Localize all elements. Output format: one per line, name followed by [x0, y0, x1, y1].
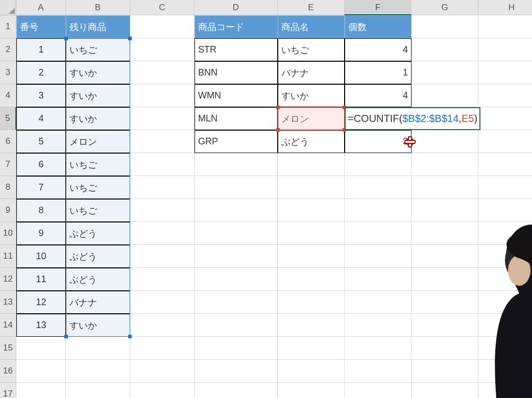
cell-F7[interactable]	[345, 153, 412, 176]
cell-E9[interactable]	[278, 199, 345, 222]
cell-C15[interactable]	[130, 337, 195, 360]
row-header-12[interactable]: 12	[0, 268, 16, 291]
cell-C7[interactable]	[130, 153, 195, 176]
row-header-4[interactable]: 4	[0, 84, 16, 107]
cell-G16[interactable]	[412, 360, 478, 383]
col-header-B[interactable]: B	[66, 0, 130, 15]
cell-F15[interactable]	[345, 337, 412, 360]
cell-D2[interactable]: STR	[195, 38, 278, 61]
cell-B2[interactable]: いちご	[66, 38, 130, 61]
formula-edit-overlay[interactable]: =COUNTIF ( $B$2:$B$14 , E5 )	[345, 107, 480, 130]
cell-A7[interactable]: 6	[16, 153, 66, 176]
range-handle[interactable]	[64, 37, 68, 40]
cell-G15[interactable]	[412, 337, 478, 360]
cell-C6[interactable]	[130, 130, 195, 153]
cell-H2[interactable]	[478, 38, 532, 61]
cell-G17[interactable]	[412, 383, 478, 398]
select-all-corner[interactable]	[0, 0, 16, 15]
cell-H12[interactable]	[478, 268, 532, 291]
cell-H16[interactable]	[478, 360, 532, 383]
cell-D3[interactable]: BNN	[195, 61, 278, 84]
cell-G1[interactable]	[412, 15, 478, 38]
cell-H11[interactable]	[478, 245, 532, 268]
cell-H14[interactable]	[478, 314, 532, 337]
cell-H6[interactable]	[478, 130, 532, 153]
cell-E5[interactable]: メロン	[278, 107, 345, 130]
cell-B7[interactable]: いちご	[66, 153, 130, 176]
cell-G8[interactable]	[412, 176, 478, 199]
cell-A11[interactable]: 10	[16, 245, 66, 268]
cell-A9[interactable]: 8	[16, 199, 66, 222]
cell-D14[interactable]	[195, 314, 278, 337]
cell-A8[interactable]: 7	[16, 176, 66, 199]
cell-C11[interactable]	[130, 245, 195, 268]
cell-E1[interactable]: 商品名	[278, 15, 345, 38]
cell-C16[interactable]	[130, 360, 195, 383]
cell-C9[interactable]	[130, 199, 195, 222]
cell-B5[interactable]: すいか	[66, 107, 130, 130]
cell-G13[interactable]	[412, 291, 478, 314]
cell-A2[interactable]: 1	[16, 38, 66, 61]
cell-F2[interactable]: 4	[345, 38, 412, 61]
cell-B11[interactable]: ぶどう	[66, 245, 130, 268]
cell-F8[interactable]	[345, 176, 412, 199]
cell-H4[interactable]	[478, 84, 532, 107]
range-handle[interactable]	[64, 335, 68, 338]
cell-C17[interactable]	[130, 383, 195, 398]
cell-C1[interactable]	[130, 15, 195, 38]
row-header-9[interactable]: 9	[0, 199, 16, 222]
col-header-A[interactable]: A	[16, 0, 66, 15]
row-header-17[interactable]: 17	[0, 383, 16, 398]
row-header-3[interactable]: 3	[0, 61, 16, 84]
col-header-F[interactable]: F	[345, 0, 412, 15]
cell-A17[interactable]	[16, 383, 66, 398]
cell-C12[interactable]	[130, 268, 195, 291]
spreadsheet[interactable]: ABCDEFGH 1234567891011121314151617 番号残り商…	[0, 0, 532, 398]
cell-H10[interactable]	[478, 222, 532, 245]
cell-C5[interactable]	[130, 107, 195, 130]
cell-C14[interactable]	[130, 314, 195, 337]
cell-D8[interactable]	[195, 176, 278, 199]
cell-D13[interactable]	[195, 291, 278, 314]
cell-G4[interactable]	[412, 84, 478, 107]
cell-A15[interactable]	[16, 337, 66, 360]
row-header-1[interactable]: 1	[0, 15, 16, 38]
cell-F6[interactable]: 3	[345, 130, 412, 153]
cell-B8[interactable]: いちご	[66, 176, 130, 199]
cell-F4[interactable]: 4	[345, 84, 412, 107]
cell-C10[interactable]	[130, 222, 195, 245]
cell-E16[interactable]	[278, 360, 345, 383]
cell-E8[interactable]	[278, 176, 345, 199]
row-header-10[interactable]: 10	[0, 222, 16, 245]
cell-G14[interactable]	[412, 314, 478, 337]
cell-E4[interactable]: すいか	[278, 84, 345, 107]
cell-D7[interactable]	[195, 153, 278, 176]
cell-A1[interactable]: 番号	[16, 15, 66, 38]
cell-D9[interactable]	[195, 199, 278, 222]
cell-B3[interactable]: すいか	[66, 61, 130, 84]
cell-H8[interactable]	[478, 176, 532, 199]
row-header-6[interactable]: 6	[0, 130, 16, 153]
row-header-15[interactable]: 15	[0, 337, 16, 360]
cell-E3[interactable]: バナナ	[278, 61, 345, 84]
cell-G7[interactable]	[412, 153, 478, 176]
row-header-5[interactable]: 5	[0, 107, 16, 130]
cell-A3[interactable]: 2	[16, 61, 66, 84]
cell-D11[interactable]	[195, 245, 278, 268]
cell-A4[interactable]: 3	[16, 84, 66, 107]
cell-B13[interactable]: バナナ	[66, 291, 130, 314]
cell-E13[interactable]	[278, 291, 345, 314]
cell-D15[interactable]	[195, 337, 278, 360]
cell-B6[interactable]: メロン	[66, 130, 130, 153]
cell-D1[interactable]: 商品コード	[195, 15, 278, 38]
cell-G6[interactable]	[412, 130, 478, 153]
range-handle[interactable]	[276, 128, 280, 132]
cell-E12[interactable]	[278, 268, 345, 291]
cell-G11[interactable]	[412, 245, 478, 268]
cell-F14[interactable]	[345, 314, 412, 337]
range-handle[interactable]	[128, 335, 132, 338]
cell-E7[interactable]	[278, 153, 345, 176]
cell-H7[interactable]	[478, 153, 532, 176]
cell-D12[interactable]	[195, 268, 278, 291]
cell-C2[interactable]	[130, 38, 195, 61]
